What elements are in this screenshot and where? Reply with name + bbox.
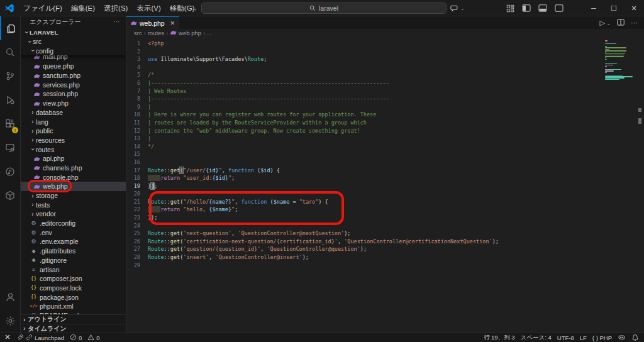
menu-e[interactable]: 編集(E)	[67, 0, 99, 16]
breadcrumb-item-web.php[interactable]: web.php	[170, 30, 201, 36]
tree-item-label: .gitignore	[40, 256, 67, 264]
tree-file-artisan[interactable]: ≡artisan	[21, 265, 126, 274]
account-icon[interactable]	[0, 285, 20, 309]
tree-file-view.php[interactable]: view.php	[21, 99, 126, 108]
tree-file-.gitattributes[interactable]: ◆.gitattributes	[21, 246, 126, 256]
tree-file-.env[interactable]: ⚙.env	[21, 228, 126, 237]
php-file-icon	[33, 165, 41, 170]
minimap[interactable]	[605, 40, 634, 82]
source-control-icon[interactable]	[0, 64, 20, 88]
code-line-23: 23});	[126, 214, 644, 222]
testing-icon[interactable]	[0, 160, 20, 184]
tree-item-label: database	[36, 109, 63, 116]
toggle-panel-icon[interactable]	[535, 0, 551, 16]
docker-icon[interactable]	[0, 184, 20, 207]
tree-folder-lang[interactable]: ›lang	[21, 117, 126, 126]
status-0[interactable]: 0	[87, 334, 99, 342]
tree-folder-database[interactable]: ›database	[21, 108, 126, 117]
tree-folder-storage[interactable]: ›storage	[21, 191, 126, 201]
close-window-button[interactable]: ✕	[624, 0, 644, 16]
menu-v[interactable]: 表示(V)	[132, 0, 165, 16]
tree-file-composer.lock[interactable]: {}composer.lock	[21, 284, 126, 293]
breadcrumb-item-...[interactable]: ...	[207, 30, 212, 36]
tree-folder-public[interactable]: ›public	[21, 126, 126, 136]
tree-file-console.php[interactable]: console.php	[21, 172, 126, 182]
breadcrumb-item-routes[interactable]: routes	[148, 30, 164, 36]
tree-file-api.php[interactable]: api.php	[21, 154, 126, 163]
tree-file-channels.php[interactable]: channels.php	[21, 163, 126, 173]
status-label: Launchpad	[35, 334, 64, 341]
tree-file-README.md[interactable]: ◯README.md	[21, 311, 126, 314]
tree-file-phpunit.xml[interactable]: </>phpunit.xml	[21, 302, 126, 311]
bell-icon[interactable]	[631, 334, 639, 341]
line-number: 24	[126, 222, 148, 230]
explorer-icon[interactable]	[0, 16, 20, 40]
tree-folder-config[interactable]: ›config	[21, 46, 126, 55]
tab-web-php[interactable]: web.php ✕	[126, 16, 179, 29]
tree-file-sanctum.php[interactable]: sanctum.php	[21, 71, 126, 80]
tree-file-.editorconfig[interactable]: ⚙.editorconfig	[21, 219, 126, 228]
remote-explorer-icon[interactable]	[0, 136, 20, 160]
sidebar-bottom-sections: ›アウトライン›タイムライン	[21, 314, 126, 333]
tree-item-label: routes	[36, 146, 54, 153]
run-debug-icon[interactable]	[0, 88, 20, 112]
tree-item-label: tests	[36, 201, 50, 209]
extensions-icon[interactable]: !	[0, 112, 20, 136]
tree-file-.gitignore[interactable]: ◆.gitignore	[21, 255, 126, 265]
maximize-button[interactable]: ☐	[604, 0, 624, 16]
tree-file-package.json[interactable]: {}package.json	[21, 292, 126, 302]
tree-folder-routes[interactable]: ›routes	[21, 145, 126, 154]
editor-scrollbar[interactable]	[635, 37, 644, 333]
tree-item-label: services.php	[43, 81, 80, 89]
menu-f[interactable]: ファイル(F)	[19, 0, 67, 16]
sidebar-section-アウトライン[interactable]: ›アウトライン	[21, 315, 126, 324]
search-icon[interactable]	[0, 40, 20, 64]
tree-file-session.php[interactable]: session.php	[21, 89, 126, 99]
breadcrumb-label: ...	[207, 30, 212, 36]
tree-file-web.php[interactable]: web.php	[21, 182, 126, 191]
toggle-primary-sidebar-icon[interactable]	[518, 0, 535, 16]
copilot-icon[interactable]	[618, 334, 626, 341]
toggle-secondary-sidebar-icon[interactable]	[551, 0, 567, 16]
tree-folder-vendor[interactable]: ›vendor	[21, 209, 126, 219]
tree-file-queue.php[interactable]: queue.php	[21, 62, 126, 71]
status-0[interactable]: 0	[70, 334, 82, 342]
git-file-icon: ◆	[30, 257, 38, 263]
menu-s[interactable]: 選択(S)	[99, 0, 132, 16]
tree-file-mail.php[interactable]: mail.php	[21, 55, 126, 62]
close-tab-icon[interactable]: ✕	[170, 20, 175, 26]
tree-folder-resources[interactable]: ›resources	[21, 136, 126, 145]
editor-group: web.php ✕ ▷ ⌄ ··· src›routes›web.php›...…	[126, 16, 644, 333]
status-4[interactable]: スペース: 4	[521, 334, 552, 342]
line-number: 3	[126, 55, 148, 63]
split-editor-button[interactable]	[617, 19, 625, 27]
settings-icon[interactable]	[0, 309, 20, 333]
sidebar-more-actions-icon[interactable]: ···	[113, 18, 119, 25]
status-launchpad[interactable]: Launchpad	[17, 334, 64, 342]
tree-folder-LARAVEL[interactable]: ›LARAVEL	[21, 28, 126, 37]
tree-file-.env.example[interactable]: ⚙.env.example	[21, 237, 126, 246]
status-lf[interactable]: LF	[580, 334, 587, 341]
copilot-chat-button[interactable]: ⌄	[450, 0, 465, 16]
code-editor[interactable]: 1<?php23use Illuminate\Support\Facades\R…	[126, 37, 644, 333]
more-actions-button[interactable]: ···	[631, 19, 638, 26]
tree-file-services.php[interactable]: services.php	[21, 80, 126, 89]
status-193[interactable]: 行 19、列 3	[484, 334, 515, 342]
status-remote[interactable]	[4, 333, 11, 342]
breadcrumb-label: src	[134, 30, 142, 36]
status-php[interactable]: { } PHP	[592, 334, 612, 341]
customize-layout-icon[interactable]	[502, 0, 518, 16]
breadcrumb-item-src[interactable]: src	[134, 30, 142, 36]
sidebar-section-タイムライン[interactable]: ›タイムライン	[21, 324, 126, 333]
search-input[interactable]: laravel	[201, 3, 447, 14]
status-utf8[interactable]: UTF-8	[557, 334, 574, 341]
forward-arrow-icon[interactable]: →	[191, 4, 198, 13]
tree-folder-src[interactable]: ›src	[21, 37, 126, 47]
code-line-28: 28Route::get('insert', 'QuestionControll…	[126, 253, 644, 262]
tree-file-composer.json[interactable]: {}composer.json	[21, 274, 126, 284]
run-button[interactable]: ▷ ⌄	[600, 19, 611, 27]
tree-folder-tests[interactable]: ›tests	[21, 200, 126, 209]
code-line-24: 24	[126, 222, 644, 230]
minimize-button[interactable]: ─	[584, 0, 604, 16]
back-arrow-icon[interactable]: ←	[178, 4, 186, 13]
